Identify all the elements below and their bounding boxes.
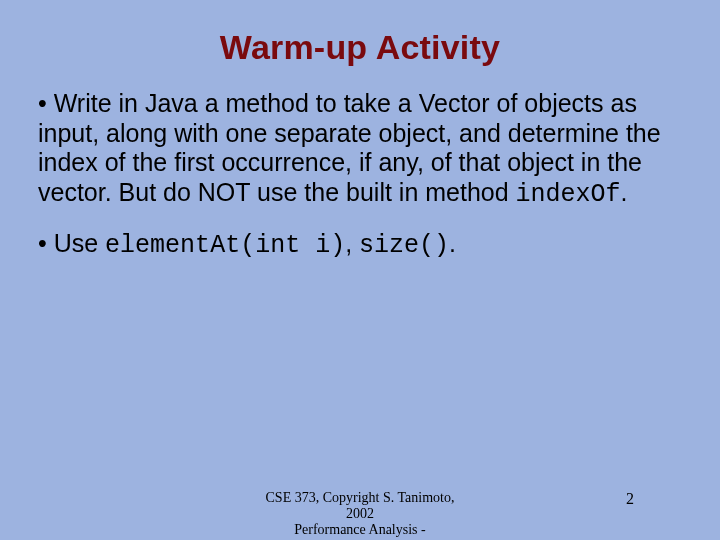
bullet-2: • Use elementAt(int i), size(). [38,229,684,261]
code-elementat: elementAt(int i) [105,231,345,260]
bullet-2-sep: , [345,229,359,257]
bullet-marker: • [38,89,54,117]
credit-line-3: Performance Analysis - [294,522,425,537]
slide-title: Warm-up Activity [0,28,720,67]
bullet-1: • Write in Java a method to take a Vecto… [38,89,684,209]
bullet-2-period: . [449,229,456,257]
bullet-1-period: . [621,178,628,206]
code-size: size() [359,231,449,260]
slide-content: • Write in Java a method to take a Vecto… [38,89,684,261]
code-indexof: indexOf [516,180,621,209]
bullet-2-text-a: Use [54,229,105,257]
bullet-marker: • [38,229,54,257]
credit-line-2: 2002 [346,506,374,521]
footer: CSE 373, Copyright S. Tanimoto, 2002 Per… [0,490,720,538]
credit-line-1: CSE 373, Copyright S. Tanimoto, [266,490,455,505]
page-number: 2 [626,490,634,508]
footer-credit: CSE 373, Copyright S. Tanimoto, 2002 Per… [230,490,490,538]
